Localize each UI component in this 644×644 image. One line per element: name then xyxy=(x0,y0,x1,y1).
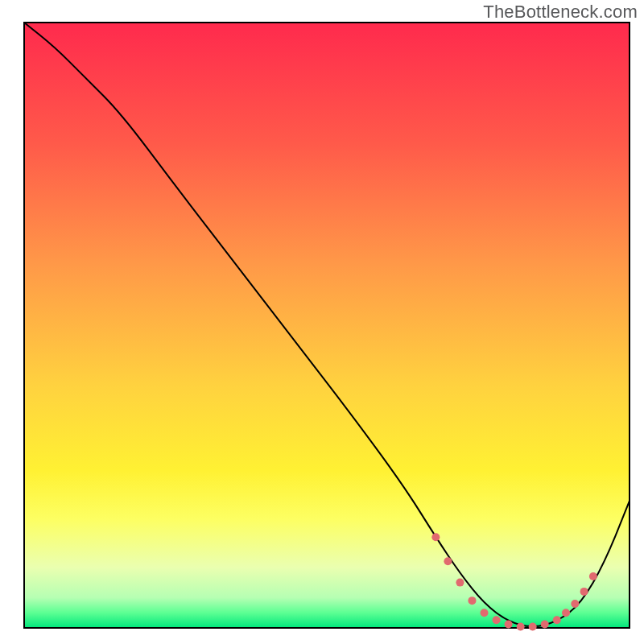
optimal-dot xyxy=(589,572,597,580)
optimal-dot xyxy=(541,620,549,628)
optimal-dot xyxy=(505,620,513,628)
optimal-dot xyxy=(571,600,579,608)
watermark-text: TheBottleneck.com xyxy=(483,2,638,23)
optimal-dot xyxy=(517,622,525,630)
optimal-dot xyxy=(468,597,476,605)
optimal-dot xyxy=(481,609,489,617)
chart-background xyxy=(24,23,630,628)
optimal-dot xyxy=(444,557,452,565)
optimal-dot xyxy=(493,616,501,624)
optimal-dot xyxy=(456,579,464,587)
bottleneck-chart xyxy=(0,0,644,644)
optimal-dot xyxy=(553,616,561,624)
optimal-dot xyxy=(529,622,537,630)
optimal-dot xyxy=(431,533,440,541)
optimal-dot xyxy=(580,588,588,596)
optimal-dot xyxy=(562,609,570,617)
